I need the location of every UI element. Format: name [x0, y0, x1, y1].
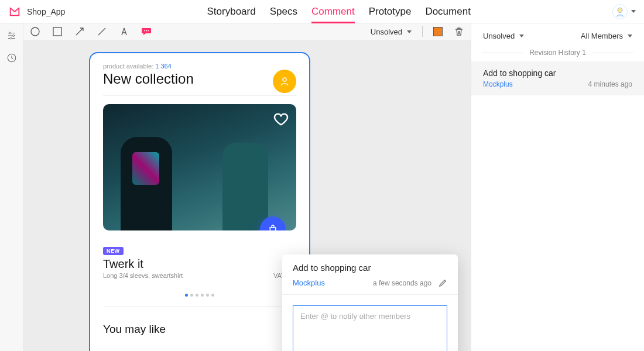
panel-members-dropdown[interactable]: All Members	[581, 32, 632, 40]
settings-sliders-icon[interactable]	[6, 30, 17, 41]
status-filter-label: Unsolved	[371, 27, 402, 36]
caret-down-icon	[519, 35, 524, 37]
comment-item-time: 4 minutes ago	[588, 80, 632, 88]
shopping-bag-icon	[267, 223, 279, 230]
comment-item-author[interactable]: Mockplus	[483, 80, 513, 88]
comment-item-title: Add to shopping car	[483, 68, 632, 78]
tab-storyboard[interactable]: Storyboard	[207, 1, 256, 22]
right-panel: Unsolved All Members Revision History 1 …	[471, 23, 644, 351]
user-menu[interactable]	[612, 4, 636, 19]
comment-list-item[interactable]: Add to shopping car Mockplus 4 minutes a…	[471, 61, 644, 95]
svg-point-5	[31, 27, 39, 36]
toolbar: Unsolved	[23, 23, 471, 40]
comment-popover: Add to shopping car Mockplus a few secon…	[282, 254, 458, 351]
svg-point-2	[12, 35, 14, 37]
nav-tabs: Storyboard Specs Comment Prototype Docum…	[65, 1, 612, 22]
comment-tool-icon[interactable]	[141, 26, 152, 37]
svg-rect-6	[53, 27, 61, 36]
line-tool-icon[interactable]	[96, 26, 108, 37]
favorite-heart-icon[interactable]	[273, 111, 289, 128]
rectangle-tool-icon[interactable]	[52, 26, 63, 37]
new-badge: NEW	[103, 247, 124, 255]
divider	[422, 26, 423, 37]
tab-prototype[interactable]: Prototype	[369, 1, 412, 22]
caret-down-icon	[407, 30, 412, 33]
caret-down-icon	[628, 35, 632, 37]
tab-specs[interactable]: Specs	[270, 1, 297, 22]
app-logo-icon	[8, 5, 21, 18]
revision-history-label: Revision History 1	[471, 49, 644, 61]
tab-comment[interactable]: Comment	[311, 1, 355, 22]
user-avatar-icon	[612, 4, 628, 19]
project-name: Shop_App	[27, 7, 65, 16]
comment-author-link[interactable]: Mockplus	[293, 278, 366, 287]
artboard[interactable]: product available: 1 364 New collection	[89, 52, 310, 351]
divider	[103, 95, 296, 96]
history-clock-icon[interactable]	[6, 53, 17, 63]
left-rail	[0, 23, 23, 351]
trash-icon[interactable]	[453, 26, 465, 37]
canvas[interactable]: product available: 1 364 New collection	[23, 40, 471, 351]
comment-timestamp: a few seconds ago	[373, 279, 431, 287]
svg-point-1	[9, 32, 11, 34]
product-description: Long 3/4 sleevs, sweartshirt	[103, 272, 183, 279]
svg-point-0	[618, 8, 622, 12]
comment-title: Add to shopping car	[293, 263, 447, 273]
caret-down-icon	[631, 10, 636, 13]
status-filter-dropdown[interactable]: Unsolved	[371, 27, 412, 36]
user-icon	[279, 76, 290, 87]
divider	[103, 306, 296, 307]
svg-point-7	[144, 30, 145, 32]
text-tool-icon[interactable]	[118, 26, 130, 37]
tab-document[interactable]: Document	[425, 1, 470, 22]
color-swatch[interactable]	[433, 27, 443, 36]
profile-button[interactable]	[273, 70, 296, 93]
pagination-dots[interactable]	[90, 285, 309, 306]
product-available-label: product available: 1 364	[90, 63, 309, 70]
panel-status-dropdown[interactable]: Unsolved	[483, 32, 524, 40]
top-bar: Shop_App Storyboard Specs Comment Protot…	[0, 0, 644, 23]
svg-point-3	[10, 37, 12, 39]
svg-point-9	[148, 30, 149, 32]
edit-pencil-icon[interactable]	[439, 278, 447, 287]
circle-tool-icon[interactable]	[29, 26, 41, 37]
arrow-tool-icon[interactable]	[74, 26, 85, 37]
comment-input[interactable]	[293, 305, 447, 351]
svg-point-8	[146, 30, 147, 32]
you-may-like-heading: You may like	[90, 315, 309, 336]
svg-point-10	[283, 78, 286, 81]
product-name: Twerk it	[103, 257, 143, 271]
product-image	[103, 104, 296, 230]
